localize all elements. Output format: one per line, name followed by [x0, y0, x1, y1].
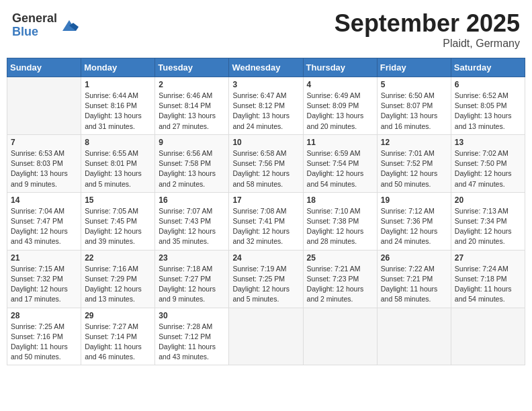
day-number: 8: [85, 138, 151, 147]
calendar-cell: 6Sunrise: 6:52 AMSunset: 8:05 PMDaylight…: [451, 77, 525, 135]
calendar-cell: 7Sunrise: 6:53 AMSunset: 8:03 PMDaylight…: [7, 134, 81, 192]
day-number: 29: [85, 311, 151, 320]
calendar-cell: 11Sunrise: 6:59 AMSunset: 7:54 PMDayligh…: [303, 134, 377, 192]
calendar-cell: 18Sunrise: 7:10 AMSunset: 7:38 PMDayligh…: [303, 192, 377, 250]
calendar-cell: 2Sunrise: 6:46 AMSunset: 8:14 PMDaylight…: [155, 77, 229, 135]
day-number: 28: [11, 311, 77, 320]
calendar-cell: 17Sunrise: 7:08 AMSunset: 7:41 PMDayligh…: [229, 192, 303, 250]
logo-general-text: General: [12, 12, 57, 26]
day-info: Sunrise: 6:53 AMSunset: 8:03 PMDaylight:…: [11, 148, 77, 189]
day-number: 6: [455, 80, 521, 89]
day-number: 10: [232, 138, 299, 147]
day-of-week-header: Monday: [81, 58, 155, 77]
calendar-location: Plaidt, Germany: [335, 38, 520, 50]
day-info: Sunrise: 7:05 AMSunset: 7:45 PMDaylight:…: [85, 206, 151, 247]
day-info: Sunrise: 7:18 AMSunset: 7:27 PMDaylight:…: [159, 264, 225, 305]
calendar-title: September 2025: [335, 9, 520, 38]
day-info: Sunrise: 7:21 AMSunset: 7:23 PMDaylight:…: [307, 264, 373, 305]
calendar-cell: 10Sunrise: 6:58 AMSunset: 7:56 PMDayligh…: [229, 134, 303, 192]
day-info: Sunrise: 7:16 AMSunset: 7:29 PMDaylight:…: [85, 264, 151, 305]
day-info: Sunrise: 6:55 AMSunset: 8:01 PMDaylight:…: [85, 148, 151, 189]
day-number: 13: [455, 138, 521, 147]
calendar-cell: 22Sunrise: 7:16 AMSunset: 7:29 PMDayligh…: [81, 250, 155, 308]
calendar-cell: 27Sunrise: 7:24 AMSunset: 7:18 PMDayligh…: [451, 250, 525, 308]
day-number: 25: [307, 253, 373, 263]
day-number: 15: [85, 195, 151, 205]
calendar-cell: 13Sunrise: 7:02 AMSunset: 7:50 PMDayligh…: [451, 134, 525, 192]
calendar-week-row: 7Sunrise: 6:53 AMSunset: 8:03 PMDaylight…: [7, 134, 525, 192]
day-of-week-header: Wednesday: [229, 58, 303, 77]
day-number: 24: [232, 253, 299, 263]
calendar-cell: 12Sunrise: 7:01 AMSunset: 7:52 PMDayligh…: [377, 134, 451, 192]
calendar-cell: [229, 308, 303, 365]
calendar-cell: 3Sunrise: 6:47 AMSunset: 8:12 PMDaylight…: [229, 77, 303, 135]
calendar-cell: 23Sunrise: 7:18 AMSunset: 7:27 PMDayligh…: [155, 250, 229, 308]
day-info: Sunrise: 7:15 AMSunset: 7:32 PMDaylight:…: [11, 264, 77, 305]
day-number: 18: [307, 195, 373, 205]
calendar-week-row: 21Sunrise: 7:15 AMSunset: 7:32 PMDayligh…: [7, 250, 525, 308]
calendar-cell: 9Sunrise: 6:56 AMSunset: 7:58 PMDaylight…: [155, 134, 229, 192]
calendar-week-row: 28Sunrise: 7:25 AMSunset: 7:16 PMDayligh…: [7, 308, 525, 365]
day-info: Sunrise: 6:46 AMSunset: 8:14 PMDaylight:…: [159, 91, 225, 132]
calendar-header-row: SundayMondayTuesdayWednesdayThursdayFrid…: [7, 58, 525, 77]
day-info: Sunrise: 7:12 AMSunset: 7:36 PMDaylight:…: [381, 206, 447, 247]
day-number: 14: [11, 195, 77, 205]
day-info: Sunrise: 7:07 AMSunset: 7:43 PMDaylight:…: [159, 206, 225, 247]
day-info: Sunrise: 7:22 AMSunset: 7:21 PMDaylight:…: [381, 264, 447, 305]
day-number: 5: [381, 80, 447, 89]
calendar-week-row: 14Sunrise: 7:04 AMSunset: 7:47 PMDayligh…: [7, 192, 525, 250]
day-number: 12: [381, 138, 447, 147]
calendar-cell: 15Sunrise: 7:05 AMSunset: 7:45 PMDayligh…: [81, 192, 155, 250]
calendar-cell: [7, 77, 81, 135]
day-number: 3: [232, 80, 299, 89]
day-info: Sunrise: 7:08 AMSunset: 7:41 PMDaylight:…: [232, 206, 299, 247]
calendar-cell: [377, 308, 451, 365]
logo: General Blue: [12, 12, 79, 39]
calendar-cell: 21Sunrise: 7:15 AMSunset: 7:32 PMDayligh…: [7, 250, 81, 308]
day-info: Sunrise: 7:10 AMSunset: 7:38 PMDaylight:…: [307, 206, 373, 247]
day-number: 20: [455, 195, 521, 205]
day-info: Sunrise: 7:25 AMSunset: 7:16 PMDaylight:…: [11, 322, 77, 363]
calendar-cell: 25Sunrise: 7:21 AMSunset: 7:23 PMDayligh…: [303, 250, 377, 308]
calendar-cell: [451, 308, 525, 365]
day-of-week-header: Friday: [377, 58, 451, 77]
day-number: 4: [307, 80, 373, 89]
day-number: 22: [85, 253, 151, 263]
day-number: 16: [159, 195, 225, 205]
calendar-cell: 28Sunrise: 7:25 AMSunset: 7:16 PMDayligh…: [7, 308, 81, 365]
day-of-week-header: Sunday: [7, 58, 81, 77]
calendar-week-row: 1Sunrise: 6:44 AMSunset: 8:16 PMDaylight…: [7, 77, 525, 135]
day-number: 19: [381, 195, 447, 205]
calendar-cell: 8Sunrise: 6:55 AMSunset: 8:01 PMDaylight…: [81, 134, 155, 192]
day-info: Sunrise: 6:59 AMSunset: 7:54 PMDaylight:…: [307, 148, 373, 189]
day-info: Sunrise: 7:24 AMSunset: 7:18 PMDaylight:…: [455, 264, 521, 305]
day-info: Sunrise: 7:01 AMSunset: 7:52 PMDaylight:…: [381, 148, 447, 189]
day-info: Sunrise: 7:27 AMSunset: 7:14 PMDaylight:…: [85, 322, 151, 363]
day-number: 1: [85, 80, 151, 89]
day-info: Sunrise: 7:13 AMSunset: 7:34 PMDaylight:…: [455, 206, 521, 247]
calendar-table: SundayMondayTuesdayWednesdayThursdayFrid…: [7, 58, 525, 365]
day-info: Sunrise: 7:04 AMSunset: 7:47 PMDaylight:…: [11, 206, 77, 247]
day-number: 23: [159, 253, 225, 263]
day-info: Sunrise: 6:47 AMSunset: 8:12 PMDaylight:…: [232, 91, 299, 132]
day-info: Sunrise: 6:58 AMSunset: 7:56 PMDaylight:…: [232, 148, 299, 189]
day-info: Sunrise: 7:19 AMSunset: 7:25 PMDaylight:…: [232, 264, 299, 305]
day-info: Sunrise: 6:44 AMSunset: 8:16 PMDaylight:…: [85, 91, 151, 132]
page-header: General Blue September 2025 Plaidt, Germ…: [7, 7, 525, 52]
day-info: Sunrise: 6:56 AMSunset: 7:58 PMDaylight:…: [159, 148, 225, 189]
day-info: Sunrise: 6:50 AMSunset: 8:07 PMDaylight:…: [381, 91, 447, 132]
day-of-week-header: Thursday: [303, 58, 377, 77]
day-number: 11: [307, 138, 373, 147]
day-info: Sunrise: 7:28 AMSunset: 7:12 PMDaylight:…: [159, 322, 225, 363]
day-info: Sunrise: 6:49 AMSunset: 8:09 PMDaylight:…: [307, 91, 373, 132]
logo-blue-text: Blue: [12, 26, 57, 39]
calendar-cell: 14Sunrise: 7:04 AMSunset: 7:47 PMDayligh…: [7, 192, 81, 250]
day-number: 27: [455, 253, 521, 263]
day-number: 26: [381, 253, 447, 263]
day-number: 17: [232, 195, 299, 205]
day-info: Sunrise: 6:52 AMSunset: 8:05 PMDaylight:…: [455, 91, 521, 132]
calendar-cell: 26Sunrise: 7:22 AMSunset: 7:21 PMDayligh…: [377, 250, 451, 308]
day-number: 9: [159, 138, 225, 147]
calendar-cell: 16Sunrise: 7:07 AMSunset: 7:43 PMDayligh…: [155, 192, 229, 250]
day-number: 30: [159, 311, 225, 320]
